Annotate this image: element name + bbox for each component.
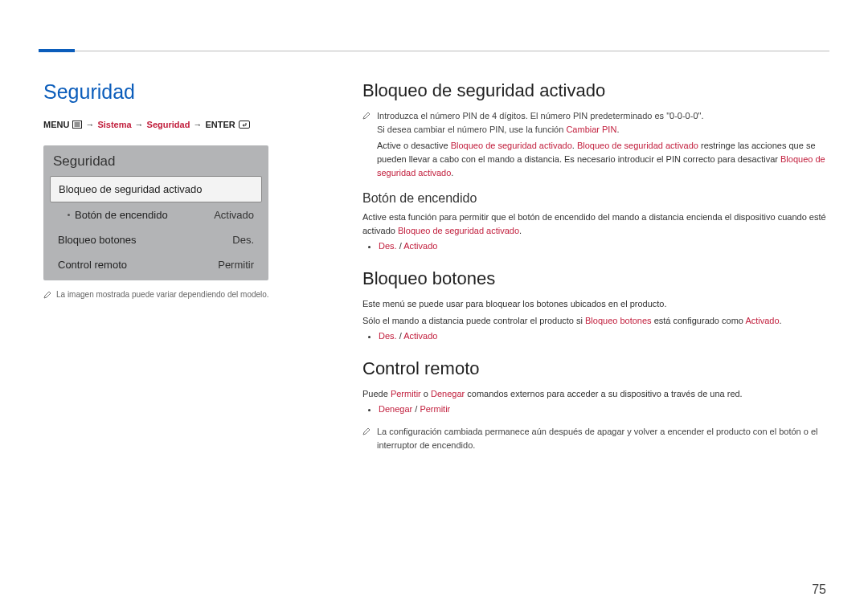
option-row: Denegar / Permitir xyxy=(379,404,829,414)
breadcrumb-menu: MENU xyxy=(43,120,69,129)
option-denegar: Denegar xyxy=(379,404,412,414)
heading-bloqueo-seguridad: Bloqueo de seguridad activado xyxy=(362,80,829,101)
heading-control-remoto: Control remoto xyxy=(362,358,829,379)
arrow-icon: → xyxy=(85,120,94,129)
panel-item-label: Botón de encendido xyxy=(75,209,168,221)
breadcrumb-sistema: Sistema xyxy=(97,120,131,129)
manual-page: Seguridad MENU → Sistema → Seguridad → E… xyxy=(0,0,868,613)
breadcrumb-enter: ENTER xyxy=(205,120,235,129)
term-activado: Activado xyxy=(745,316,779,325)
breadcrumb-seguridad: Seguridad xyxy=(147,120,190,129)
arrow-icon: → xyxy=(135,120,144,129)
caption-text: La imagen mostrada puede variar dependie… xyxy=(56,290,269,299)
options-boton-encendido: Des. / Activado xyxy=(362,241,829,251)
panel-item-value: Des. xyxy=(232,234,254,246)
note-text: Si desea cambiar el número PIN, use la f… xyxy=(377,125,566,134)
subheading-boton-encendido: Botón de encendido xyxy=(362,191,829,206)
note-text: La configuración cambiada permanece aún … xyxy=(377,425,829,452)
panel-item-control-remoto[interactable]: Control remoto Permitir xyxy=(50,252,262,277)
breadcrumb: MENU → Sistema → Seguridad → ENTER xyxy=(43,120,337,129)
paragraph-bloqueo-botones-2: Sólo el mando a distancia puede controla… xyxy=(362,314,829,328)
term-bloqueo-seguridad: Bloqueo de seguridad activado xyxy=(451,141,572,150)
options-control-remoto: Denegar / Permitir xyxy=(362,404,829,414)
option-des: Des. xyxy=(379,331,397,341)
top-divider xyxy=(75,51,829,51)
panel-item-label: Bloqueo de seguridad activado xyxy=(59,183,203,195)
term-bloqueo-botones: Bloqueo botones xyxy=(585,316,652,325)
option-activado: Activado xyxy=(403,331,437,341)
paragraph-bloqueo-botones-1: Este menú se puede usar para bloquear lo… xyxy=(362,297,829,311)
subitem-dot-icon xyxy=(68,214,70,216)
heading-bloqueo-botones: Bloqueo botones xyxy=(362,268,829,289)
accent-bar xyxy=(39,49,75,52)
panel-item-label: Control remoto xyxy=(58,259,127,271)
content-columns: Seguridad MENU → Sistema → Seguridad → E… xyxy=(43,80,829,455)
right-column: Bloqueo de seguridad activado Introduzca… xyxy=(362,80,829,455)
options-bloqueo-botones: Des. / Activado xyxy=(362,331,829,341)
option-activado: Activado xyxy=(403,241,437,251)
svg-rect-4 xyxy=(239,121,249,129)
panel-item-boton-encendido[interactable]: Botón de encendido Activado xyxy=(50,202,262,227)
term-permitir: Permitir xyxy=(391,389,421,398)
term-bloqueo-seguridad: Bloqueo de seguridad activado xyxy=(398,226,519,235)
option-row: Des. / Activado xyxy=(379,241,829,251)
pencil-icon xyxy=(362,110,371,136)
menu-icon xyxy=(72,121,82,129)
option-permitir: Permitir xyxy=(420,404,450,414)
panel-item-bloqueo-seguridad[interactable]: Bloqueo de seguridad activado xyxy=(50,176,262,202)
paragraph-boton-encendido: Active esta función para permitir que el… xyxy=(362,210,829,238)
left-column: Seguridad MENU → Sistema → Seguridad → E… xyxy=(43,80,337,455)
enter-icon xyxy=(239,121,250,129)
term-cambiar-pin: Cambiar PIN xyxy=(566,125,616,134)
panel-item-label: Bloqueo botones xyxy=(58,234,137,246)
section-title-seguridad: Seguridad xyxy=(43,80,337,104)
note-text: Introduzca el número PIN de 4 dígitos. E… xyxy=(377,111,703,121)
paragraph-control-remoto: Puede Permitir o Denegar comandos extern… xyxy=(362,387,829,401)
term-denegar: Denegar xyxy=(431,389,465,398)
settings-panel: Seguridad Bloqueo de seguridad activado … xyxy=(43,145,268,280)
note-control-remoto: La configuración cambiada permanece aún … xyxy=(362,425,829,452)
panel-caption: La imagen mostrada puede variar dependie… xyxy=(43,290,337,300)
option-des: Des. xyxy=(379,241,397,251)
panel-item-value: Activado xyxy=(214,209,254,221)
panel-item-value: Permitir xyxy=(218,259,254,271)
panel-item-bloqueo-botones[interactable]: Bloqueo botones Des. xyxy=(50,227,262,252)
term-bloqueo-seguridad: Bloqueo de seguridad activado xyxy=(577,141,698,150)
page-number: 75 xyxy=(812,582,826,597)
note-pin: Introduzca el número PIN de 4 dígitos. E… xyxy=(362,109,829,136)
pencil-icon xyxy=(43,291,51,300)
option-row: Des. / Activado xyxy=(379,331,829,341)
pencil-icon xyxy=(362,426,371,452)
panel-title: Seguridad xyxy=(50,152,262,176)
arrow-icon: → xyxy=(193,120,202,129)
paragraph-bloqueo-seguridad: Active o desactive Bloqueo de seguridad … xyxy=(362,139,829,180)
